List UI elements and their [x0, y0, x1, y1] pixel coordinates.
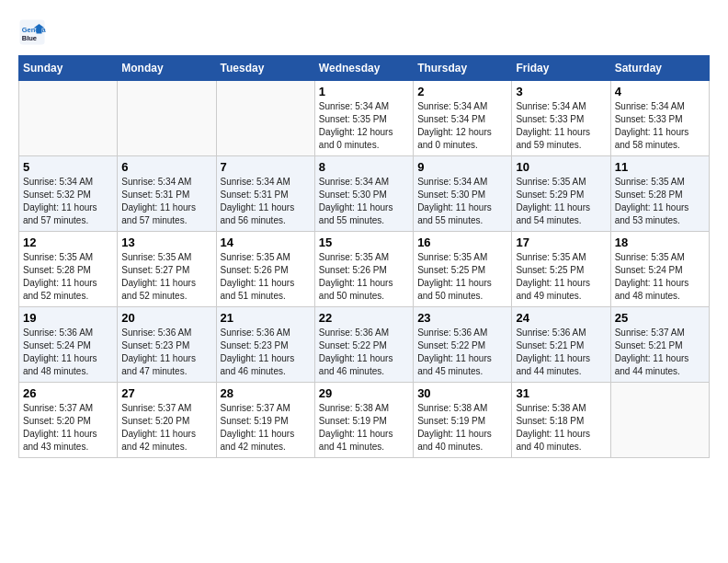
day-info: Sunrise: 5:34 AM Sunset: 5:34 PM Dayligh… — [417, 100, 507, 152]
day-info: Sunrise: 5:38 AM Sunset: 5:19 PM Dayligh… — [319, 402, 409, 454]
day-number: 12 — [23, 236, 113, 249]
calendar-cell — [610, 383, 709, 458]
day-number: 25 — [615, 311, 705, 325]
day-number: 4 — [615, 85, 705, 98]
calendar-cell: 19Sunrise: 5:36 AM Sunset: 5:24 PM Dayli… — [19, 307, 118, 383]
day-number: 8 — [319, 160, 409, 174]
calendar-cell: 6Sunrise: 5:34 AM Sunset: 5:31 PM Daylig… — [118, 156, 216, 232]
weekday-header: Wednesday — [314, 56, 413, 81]
calendar-cell — [216, 81, 314, 156]
day-info: Sunrise: 5:37 AM Sunset: 5:20 PM Dayligh… — [121, 402, 211, 454]
calendar: SundayMondayTuesdayWednesdayThursdayFrid… — [18, 55, 710, 458]
day-info: Sunrise: 5:35 AM Sunset: 5:26 PM Dayligh… — [221, 251, 311, 303]
calendar-week-row: 26Sunrise: 5:37 AM Sunset: 5:20 PM Dayli… — [19, 383, 710, 458]
day-number: 15 — [319, 236, 409, 249]
calendar-cell — [118, 81, 216, 156]
day-info: Sunrise: 5:36 AM Sunset: 5:23 PM Dayligh… — [221, 327, 311, 378]
calendar-cell: 12Sunrise: 5:35 AM Sunset: 5:28 PM Dayli… — [19, 232, 118, 307]
day-number: 30 — [417, 386, 507, 400]
day-info: Sunrise: 5:34 AM Sunset: 5:33 PM Dayligh… — [516, 100, 606, 152]
day-number: 2 — [417, 85, 507, 98]
svg-text:Blue: Blue — [22, 34, 37, 42]
day-info: Sunrise: 5:36 AM Sunset: 5:24 PM Dayligh… — [23, 327, 113, 378]
calendar-cell: 21Sunrise: 5:36 AM Sunset: 5:23 PM Dayli… — [216, 307, 314, 383]
day-number: 14 — [221, 236, 311, 249]
day-number: 27 — [121, 386, 211, 400]
day-info: Sunrise: 5:37 AM Sunset: 5:19 PM Dayligh… — [221, 402, 311, 454]
calendar-cell: 3Sunrise: 5:34 AM Sunset: 5:33 PM Daylig… — [512, 81, 610, 156]
day-number: 16 — [417, 236, 507, 249]
day-info: Sunrise: 5:35 AM Sunset: 5:25 PM Dayligh… — [417, 251, 507, 303]
calendar-cell: 26Sunrise: 5:37 AM Sunset: 5:20 PM Dayli… — [19, 383, 118, 458]
day-info: Sunrise: 5:34 AM Sunset: 5:35 PM Dayligh… — [319, 100, 409, 152]
calendar-cell: 23Sunrise: 5:36 AM Sunset: 5:22 PM Dayli… — [414, 307, 512, 383]
calendar-cell: 18Sunrise: 5:35 AM Sunset: 5:24 PM Dayli… — [610, 232, 709, 307]
day-number: 10 — [516, 160, 606, 174]
weekday-header: Saturday — [610, 56, 709, 81]
day-number: 26 — [23, 386, 113, 400]
day-info: Sunrise: 5:34 AM Sunset: 5:31 PM Dayligh… — [221, 176, 311, 227]
calendar-cell: 7Sunrise: 5:34 AM Sunset: 5:31 PM Daylig… — [216, 156, 314, 232]
logo: General Blue — [18, 18, 50, 46]
day-info: Sunrise: 5:35 AM Sunset: 5:24 PM Dayligh… — [615, 251, 705, 303]
calendar-cell: 25Sunrise: 5:37 AM Sunset: 5:21 PM Dayli… — [610, 307, 709, 383]
day-info: Sunrise: 5:35 AM Sunset: 5:29 PM Dayligh… — [516, 176, 606, 227]
calendar-week-row: 19Sunrise: 5:36 AM Sunset: 5:24 PM Dayli… — [19, 307, 710, 383]
day-info: Sunrise: 5:35 AM Sunset: 5:27 PM Dayligh… — [121, 251, 211, 303]
day-number: 20 — [121, 311, 211, 325]
calendar-cell — [19, 81, 118, 156]
day-info: Sunrise: 5:36 AM Sunset: 5:22 PM Dayligh… — [319, 327, 409, 378]
calendar-header-row: SundayMondayTuesdayWednesdayThursdayFrid… — [19, 56, 710, 81]
calendar-cell: 30Sunrise: 5:38 AM Sunset: 5:19 PM Dayli… — [414, 383, 512, 458]
logo-icon: General Blue — [18, 18, 46, 46]
calendar-cell: 4Sunrise: 5:34 AM Sunset: 5:33 PM Daylig… — [610, 81, 709, 156]
day-info: Sunrise: 5:34 AM Sunset: 5:30 PM Dayligh… — [319, 176, 409, 227]
calendar-week-row: 12Sunrise: 5:35 AM Sunset: 5:28 PM Dayli… — [19, 232, 710, 307]
day-number: 11 — [615, 160, 705, 174]
day-info: Sunrise: 5:38 AM Sunset: 5:18 PM Dayligh… — [516, 402, 606, 454]
day-info: Sunrise: 5:35 AM Sunset: 5:28 PM Dayligh… — [615, 176, 705, 227]
day-number: 9 — [417, 160, 507, 174]
weekday-header: Monday — [118, 56, 216, 81]
calendar-cell: 27Sunrise: 5:37 AM Sunset: 5:20 PM Dayli… — [118, 383, 216, 458]
calendar-cell: 13Sunrise: 5:35 AM Sunset: 5:27 PM Dayli… — [118, 232, 216, 307]
day-info: Sunrise: 5:34 AM Sunset: 5:31 PM Dayligh… — [121, 176, 211, 227]
calendar-week-row: 5Sunrise: 5:34 AM Sunset: 5:32 PM Daylig… — [19, 156, 710, 232]
weekday-header: Tuesday — [216, 56, 314, 81]
day-info: Sunrise: 5:34 AM Sunset: 5:30 PM Dayligh… — [417, 176, 507, 227]
weekday-header: Sunday — [19, 56, 118, 81]
calendar-cell: 8Sunrise: 5:34 AM Sunset: 5:30 PM Daylig… — [314, 156, 413, 232]
calendar-cell: 5Sunrise: 5:34 AM Sunset: 5:32 PM Daylig… — [19, 156, 118, 232]
day-number: 29 — [319, 386, 409, 400]
page-header: General Blue — [18, 18, 710, 46]
day-number: 28 — [221, 386, 311, 400]
day-info: Sunrise: 5:35 AM Sunset: 5:28 PM Dayligh… — [23, 251, 113, 303]
calendar-cell: 15Sunrise: 5:35 AM Sunset: 5:26 PM Dayli… — [314, 232, 413, 307]
day-info: Sunrise: 5:36 AM Sunset: 5:23 PM Dayligh… — [121, 327, 211, 378]
calendar-cell: 2Sunrise: 5:34 AM Sunset: 5:34 PM Daylig… — [414, 81, 512, 156]
day-number: 6 — [121, 160, 211, 174]
calendar-week-row: 1Sunrise: 5:34 AM Sunset: 5:35 PM Daylig… — [19, 81, 710, 156]
day-info: Sunrise: 5:34 AM Sunset: 5:32 PM Dayligh… — [23, 176, 113, 227]
calendar-cell: 14Sunrise: 5:35 AM Sunset: 5:26 PM Dayli… — [216, 232, 314, 307]
day-info: Sunrise: 5:37 AM Sunset: 5:21 PM Dayligh… — [615, 327, 705, 378]
day-info: Sunrise: 5:38 AM Sunset: 5:19 PM Dayligh… — [417, 402, 507, 454]
calendar-cell: 22Sunrise: 5:36 AM Sunset: 5:22 PM Dayli… — [314, 307, 413, 383]
day-number: 18 — [615, 236, 705, 249]
day-info: Sunrise: 5:35 AM Sunset: 5:25 PM Dayligh… — [516, 251, 606, 303]
day-number: 7 — [221, 160, 311, 174]
day-number: 23 — [417, 311, 507, 325]
day-number: 31 — [516, 386, 606, 400]
calendar-cell: 10Sunrise: 5:35 AM Sunset: 5:29 PM Dayli… — [512, 156, 610, 232]
day-info: Sunrise: 5:36 AM Sunset: 5:22 PM Dayligh… — [417, 327, 507, 378]
day-number: 17 — [516, 236, 606, 249]
day-info: Sunrise: 5:37 AM Sunset: 5:20 PM Dayligh… — [23, 402, 113, 454]
day-info: Sunrise: 5:35 AM Sunset: 5:26 PM Dayligh… — [319, 251, 409, 303]
calendar-cell: 1Sunrise: 5:34 AM Sunset: 5:35 PM Daylig… — [314, 81, 413, 156]
calendar-cell: 24Sunrise: 5:36 AM Sunset: 5:21 PM Dayli… — [512, 307, 610, 383]
day-number: 22 — [319, 311, 409, 325]
calendar-cell: 16Sunrise: 5:35 AM Sunset: 5:25 PM Dayli… — [414, 232, 512, 307]
day-number: 5 — [23, 160, 113, 174]
calendar-cell: 28Sunrise: 5:37 AM Sunset: 5:19 PM Dayli… — [216, 383, 314, 458]
day-number: 1 — [319, 85, 409, 98]
